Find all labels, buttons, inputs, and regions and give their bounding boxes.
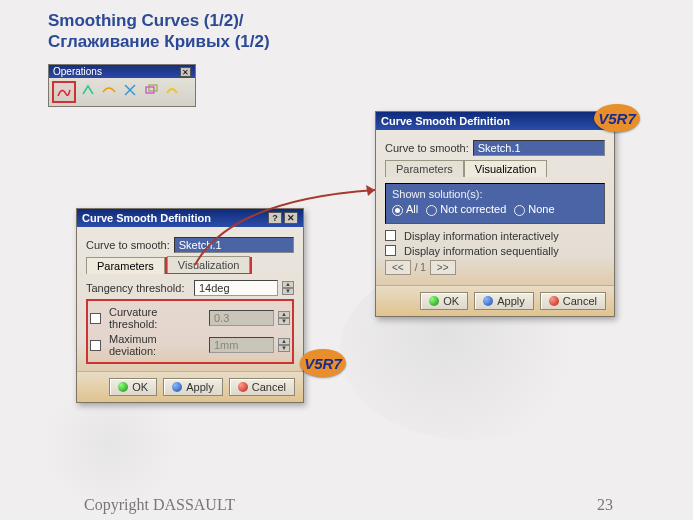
near-icon[interactable]: [163, 81, 181, 99]
close-icon[interactable]: ✕: [284, 212, 298, 224]
tab-parameters[interactable]: Parameters: [86, 257, 165, 274]
shown-solutions-label: Shown solution(s):: [392, 188, 598, 200]
tangency-threshold-label: Tangency threshold:: [86, 282, 190, 294]
operations-toolbar: Operations ✕: [48, 64, 196, 107]
extrapolate-icon[interactable]: [100, 81, 118, 99]
tab-visualization[interactable]: Visualization: [167, 256, 251, 273]
version-badge: V5R7: [300, 349, 346, 377]
curvature-threshold-field: 0.3: [209, 310, 274, 326]
tangency-spinner[interactable]: ▲▼: [282, 281, 294, 295]
curve-smooth-dialog-params: Curve Smooth Definition ? ✕ Curve to smo…: [76, 208, 304, 403]
svg-rect-0: [146, 87, 154, 93]
curve-smooth-dialog-visualization: Curve Smooth Definition Curve to smooth:…: [375, 111, 615, 317]
curve-to-smooth-field[interactable]: Sketch.1: [174, 237, 294, 253]
cancel-icon: [238, 382, 248, 392]
curvature-spinner[interactable]: ▲▼: [278, 311, 290, 325]
curvature-threshold-checkbox[interactable]: [90, 313, 101, 324]
radio-none[interactable]: [514, 205, 525, 216]
opt-none: None: [528, 203, 554, 215]
cancel-button[interactable]: Cancel: [540, 292, 606, 310]
apply-icon: [483, 296, 493, 306]
toolbar-title-text: Operations: [53, 66, 102, 77]
close-icon[interactable]: ✕: [180, 67, 191, 77]
apply-icon: [172, 382, 182, 392]
max-deviation-label: Maximum deviation:: [109, 333, 205, 357]
version-badge: V5R7: [594, 104, 640, 132]
ok-button[interactable]: OK: [420, 292, 468, 310]
cancel-button[interactable]: Cancel: [229, 378, 295, 396]
max-deviation-checkbox[interactable]: [90, 340, 101, 351]
join-icon[interactable]: [79, 81, 97, 99]
display-interactive-checkbox[interactable]: [385, 230, 396, 241]
opt-all: All: [406, 203, 418, 215]
curvature-threshold-label: Curvature threshold:: [109, 306, 205, 330]
curve-to-smooth-field[interactable]: Sketch.1: [473, 140, 605, 156]
ok-icon: [118, 382, 128, 392]
cancel-icon: [549, 296, 559, 306]
apply-button[interactable]: Apply: [474, 292, 534, 310]
toolbar-titlebar[interactable]: Operations ✕: [49, 65, 195, 78]
trim-icon[interactable]: [121, 81, 139, 99]
tab-visualization[interactable]: Visualization: [464, 160, 548, 177]
ok-button[interactable]: OK: [109, 378, 157, 396]
maxdev-spinner[interactable]: ▲▼: [278, 338, 290, 352]
title-line-1: Smoothing Curves (1/2)/: [48, 11, 244, 30]
opt-not-corrected: Not corrected: [440, 203, 506, 215]
dialog-title-text: Curve Smooth Definition: [381, 115, 510, 127]
svg-rect-1: [149, 85, 157, 91]
translate-icon[interactable]: [142, 81, 160, 99]
curve-to-smooth-label: Curve to smooth:: [385, 142, 469, 154]
display-interactive-label: Display information interactively: [404, 230, 559, 242]
dialog-title-text: Curve Smooth Definition: [82, 212, 211, 224]
prev-button[interactable]: <<: [385, 260, 411, 275]
slide-title: Smoothing Curves (1/2)/ Сглаживание Крив…: [48, 10, 270, 53]
next-button[interactable]: >>: [430, 260, 456, 275]
radio-all[interactable]: [392, 205, 403, 216]
apply-button[interactable]: Apply: [163, 378, 223, 396]
curve-to-smooth-label: Curve to smooth:: [86, 239, 170, 251]
tangency-threshold-field[interactable]: 14deg: [194, 280, 278, 296]
radio-not-corrected[interactable]: [426, 205, 437, 216]
help-icon[interactable]: ?: [268, 212, 282, 224]
display-sequential-label: Display information sequentially: [404, 245, 559, 257]
tab-parameters[interactable]: Parameters: [385, 160, 464, 177]
nav-page-indicator: / 1: [415, 262, 426, 273]
max-deviation-field: 1mm: [209, 337, 274, 353]
dialog-titlebar[interactable]: Curve Smooth Definition ? ✕: [77, 209, 303, 227]
page-number: 23: [597, 496, 613, 514]
title-line-2: Сглаживание Кривых (1/2): [48, 32, 270, 51]
dialog-titlebar[interactable]: Curve Smooth Definition: [376, 112, 614, 130]
ok-icon: [429, 296, 439, 306]
svg-marker-2: [366, 185, 375, 196]
copyright-text: Copyright DASSAULT: [84, 496, 235, 514]
curve-smooth-icon[interactable]: [55, 83, 73, 101]
display-sequential-checkbox[interactable]: [385, 245, 396, 256]
